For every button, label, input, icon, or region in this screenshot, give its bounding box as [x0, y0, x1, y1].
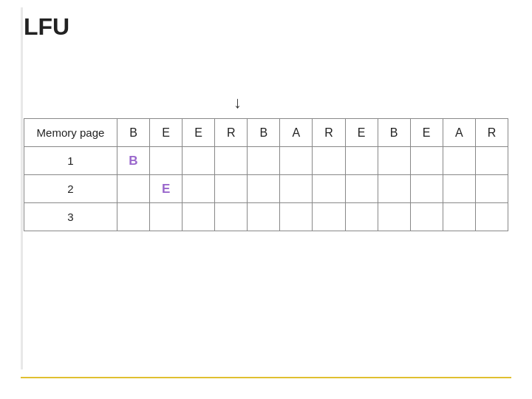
row-label-2: 3: [24, 203, 117, 231]
header-col-5: A: [280, 119, 313, 147]
page-title: LFU: [24, 13, 69, 41]
bottom-accent-line: [21, 377, 511, 378]
row-label-1: 2: [24, 175, 117, 203]
cell-r0-c8: [378, 147, 410, 175]
cell-r0-c11: [475, 147, 508, 175]
left-accent-line: [21, 7, 23, 369]
header-col-3: R: [215, 119, 248, 147]
header-col-9: E: [410, 119, 443, 147]
cell-r0-c4: [248, 147, 280, 175]
cell-r0-c1: [150, 147, 183, 175]
cell-r1-c1: E: [150, 175, 183, 203]
lfu-table: Memory page BEERBAREBEAR 1B2E3: [24, 118, 508, 231]
cell-r1-c8: [378, 175, 410, 203]
cell-r1-c7: [345, 175, 378, 203]
table-row: 1B: [24, 147, 508, 175]
table-row: 2E: [24, 175, 508, 203]
cell-r2-c2: [183, 203, 215, 231]
cell-r0-c10: [443, 147, 475, 175]
cell-r1-c10: [443, 175, 475, 203]
header-col-7: E: [345, 119, 378, 147]
cell-r0-c0: B: [117, 147, 149, 175]
cell-r2-c6: [313, 203, 345, 231]
down-arrow-icon: ↓: [233, 93, 242, 112]
cell-r2-c3: [215, 203, 248, 231]
header-col-10: A: [443, 119, 475, 147]
header-col-2: E: [183, 119, 215, 147]
cell-r2-c4: [248, 203, 280, 231]
cell-r2-c5: [280, 203, 313, 231]
cell-r0-c7: [345, 147, 378, 175]
cell-r0-c3: [215, 147, 248, 175]
cell-r2-c8: [378, 203, 410, 231]
cell-r1-c9: [410, 175, 443, 203]
cell-r1-c4: [248, 175, 280, 203]
cell-r0-c9: [410, 147, 443, 175]
table-row: 3: [24, 203, 508, 231]
header-col-0: B: [117, 119, 149, 147]
cell-r2-c0: [117, 203, 149, 231]
row-label-0: 1: [24, 147, 117, 175]
header-col-8: B: [378, 119, 410, 147]
cell-r1-c2: [183, 175, 215, 203]
cell-r2-c7: [345, 203, 378, 231]
cell-r1-c5: [280, 175, 313, 203]
header-col-4: B: [248, 119, 280, 147]
cell-r0-c6: [313, 147, 345, 175]
header-col-1: E: [150, 119, 183, 147]
cell-r2-c11: [475, 203, 508, 231]
cell-r0-c5: [280, 147, 313, 175]
table-header-row: Memory page BEERBAREBEAR: [24, 119, 508, 147]
cell-r1-c0: [117, 175, 149, 203]
cell-r0-c2: [183, 147, 215, 175]
cell-r2-c10: [443, 203, 475, 231]
header-label: Memory page: [24, 119, 117, 147]
cell-r2-c1: [150, 203, 183, 231]
cell-r1-c6: [313, 175, 345, 203]
cell-r1-c3: [215, 175, 248, 203]
lfu-table-container: Memory page BEERBAREBEAR 1B2E3: [24, 118, 508, 231]
header-col-11: R: [475, 119, 508, 147]
cell-r1-c11: [475, 175, 508, 203]
cell-r2-c9: [410, 203, 443, 231]
header-col-6: R: [313, 119, 345, 147]
